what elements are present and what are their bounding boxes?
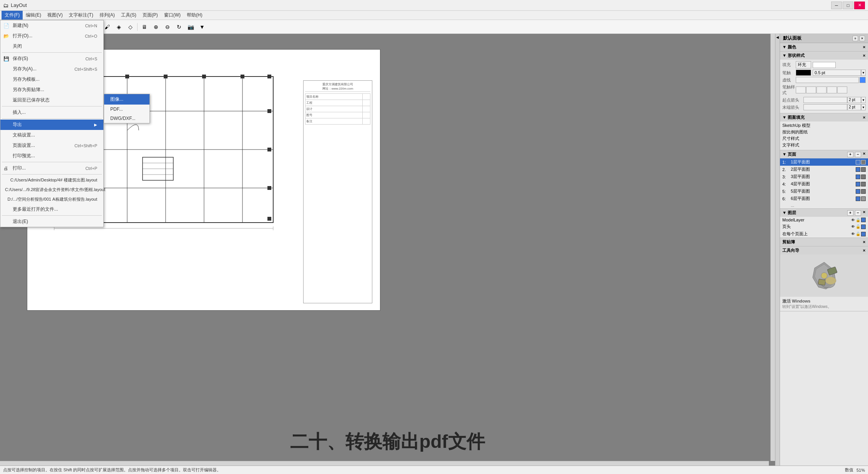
toolbar-more[interactable]: ▼ [197, 22, 207, 32]
toolbar-add[interactable]: ⊕ [151, 22, 161, 32]
pages-section-header[interactable]: ▼ 页面 + − ✕ [780, 150, 868, 158]
page-item-2[interactable]: 2. 2层平面图 [780, 166, 868, 173]
toolbar-orbit[interactable]: ↻ [174, 22, 184, 32]
page-item-1[interactable]: 1: 1层平面图 [780, 158, 868, 166]
page-item-5[interactable]: 5: 5层平面图 [780, 188, 868, 195]
menu-revert[interactable]: 返回至已保存状态 [0, 95, 103, 105]
layers-add-icon[interactable]: + [847, 210, 853, 216]
layer-every-eye[interactable]: 👁 [851, 232, 855, 236]
shape-style-close[interactable]: ✕ [863, 54, 866, 58]
tool-guide-header[interactable]: 工具向导 ✕ [780, 246, 868, 254]
toolbar-camera[interactable]: 📷 [185, 22, 196, 32]
fill-color-box[interactable] [813, 62, 836, 68]
menu-print[interactable]: 🖨 打印... Ctrl+P [0, 163, 103, 173]
scrapbook-close[interactable]: ✕ [863, 240, 866, 244]
stroke-style-btn-1[interactable] [796, 86, 806, 93]
toolbar-monitor[interactable]: 🖥 [139, 22, 150, 32]
menu-print-preview[interactable]: 打印预览... [0, 151, 103, 161]
page-item-3[interactable]: 3: 3层平面图 [780, 173, 868, 180]
menu-new[interactable]: 📄 新建(N) Ctrl+N [0, 20, 103, 31]
end-arrow-size-dropdown[interactable]: ▼ [861, 104, 866, 110]
layer-header[interactable]: 页头 👁 🔓 [780, 223, 868, 230]
menu-file[interactable]: 文件(F) [2, 11, 23, 20]
stroke-style-btn-2[interactable] [806, 86, 816, 93]
pages-close-icon[interactable]: ✕ [863, 152, 866, 157]
stroke-style-btn-3[interactable] [817, 86, 827, 93]
menu-page[interactable]: 页面(P) [139, 11, 161, 20]
page-item-6[interactable]: 6: 6层平面图 [780, 195, 868, 202]
menu-recent-3[interactable]: D:/.../空间分析报告/001 A栋建筑分析报告.layout [0, 195, 103, 204]
start-arrow-size[interactable]: 2 pt [847, 97, 861, 103]
horizontal-scrollbar[interactable] [0, 461, 769, 466]
menu-help[interactable]: 帮助(H) [184, 11, 206, 20]
end-arrow-selector[interactable] [803, 104, 847, 110]
fill-type-selector[interactable]: 环充 [796, 61, 811, 68]
minimize-button[interactable]: ─ [831, 2, 842, 9]
menu-arrange[interactable]: 排列(A) [96, 11, 118, 20]
menu-export[interactable]: 导出 ▶ [0, 120, 103, 130]
dash-selector[interactable] [796, 77, 859, 83]
stroke-style-btn-4[interactable] [827, 86, 837, 93]
pages-remove-icon[interactable]: − [855, 152, 861, 157]
scrapbook-header[interactable]: 剪贴簿 ✕ [780, 238, 868, 246]
menu-close[interactable]: 关闭 [0, 41, 103, 52]
menu-insert[interactable]: 插入... [0, 107, 103, 118]
menu-open[interactable]: 📂 打开(O)... Ctrl+O [0, 31, 103, 41]
layers-remove-icon[interactable]: − [855, 210, 861, 216]
panel-close-button[interactable]: ✕ [860, 36, 865, 41]
close-button[interactable]: ✕ [854, 2, 865, 9]
export-image[interactable]: 图像... [104, 94, 149, 105]
menu-edit[interactable]: 编辑(E) [23, 11, 44, 20]
shape-style-header[interactable]: ▼ 形状样式 ✕ [780, 52, 868, 60]
layer-model-eye[interactable]: 👁 [851, 218, 855, 222]
layer-model-lock[interactable]: 🔒 [856, 218, 860, 222]
vertical-scrollbar[interactable] [770, 34, 775, 461]
stroke-width-selector[interactable]: 0.5 pt [813, 70, 861, 76]
menu-save-as[interactable]: 另存为(A)... Ctrl+Shift+S [0, 64, 103, 74]
tool-guide-close[interactable]: ✕ [863, 249, 866, 253]
menu-page-setup[interactable]: 页面设置... Ctrl+Shift+P [0, 140, 103, 151]
layers-close-icon[interactable]: ✕ [863, 210, 866, 216]
colors-close-icon[interactable]: ✕ [863, 45, 866, 49]
maximize-button[interactable]: □ [843, 2, 853, 9]
layer-header-lock[interactable]: 🔓 [856, 225, 860, 229]
menu-save-template[interactable]: 另存为模板... [0, 74, 103, 85]
menu-view[interactable]: 视图(V) [44, 11, 66, 20]
page-item-4[interactable]: 4: 4层平面图 [780, 180, 868, 188]
toolbar-bucket[interactable]: ◇ [125, 22, 136, 32]
toolbar-minus[interactable]: ⊖ [162, 22, 173, 32]
menu-recent-1[interactable]: C:/Users/Admin/Desktop/4# 楼建筑出图.layout [0, 175, 103, 185]
menu-save-scrapbook[interactable]: 另存为剪贴簿... [0, 85, 103, 95]
layer-every-lock[interactable]: 🔓 [856, 232, 860, 236]
pattern-fill-close[interactable]: ✕ [863, 116, 866, 120]
layers-section-header[interactable]: ▼ 图层 + − ✕ [780, 209, 868, 217]
start-arrow-selector[interactable] [803, 97, 847, 103]
menu-recent-2[interactable]: C:/Users/.../9.28宣讲会余文件资料/求文件/图框.layout [0, 185, 103, 195]
pattern-fill-header[interactable]: ▼ 图案填充 ✕ [780, 113, 868, 121]
panel-options-button[interactable]: ≡ [853, 36, 858, 41]
end-arrow-size[interactable]: 2 pt [847, 104, 861, 110]
menu-window[interactable]: 窗口(W) [161, 11, 184, 20]
stroke-style-btn-5[interactable] [837, 86, 847, 93]
menu-tools[interactable]: 工具(S) [118, 11, 139, 20]
stroke-width-dropdown[interactable]: ▼ [861, 70, 866, 76]
toolbar-eraser[interactable]: ◈ [113, 22, 124, 32]
menu-quit[interactable]: 退出(E) [0, 216, 103, 227]
colors-section-header[interactable]: ▼ 颜色 ✕ [780, 43, 868, 51]
svg-rect-19 [267, 75, 271, 78]
export-dwg-dxf[interactable]: DWG/DXF... [104, 114, 149, 123]
export-pdf[interactable]: PDF... [104, 105, 149, 114]
menu-text-mark[interactable]: 文字标注(T) [66, 11, 96, 20]
layer-header-eye[interactable]: 👁 [851, 225, 855, 229]
right-panel-toggle[interactable]: ◀ [775, 34, 780, 466]
layer-model[interactable]: ModelLayer 👁 🔒 [780, 217, 868, 223]
stroke-color-box[interactable] [796, 70, 811, 76]
menu-more-recent[interactable]: 更多最近打开的文件... [0, 204, 103, 215]
dash-color-box[interactable] [860, 77, 866, 83]
page-item-more[interactable]: ... [780, 202, 868, 208]
menu-save[interactable]: 💾 保存(S) Ctrl+S [0, 53, 103, 64]
layer-every-page[interactable]: 在每个页面上 👁 🔓 [780, 230, 868, 238]
pages-add-icon[interactable]: + [847, 152, 853, 157]
menu-document-setup[interactable]: 文稿设置... [0, 130, 103, 140]
start-arrow-size-dropdown[interactable]: ▼ [861, 97, 866, 103]
